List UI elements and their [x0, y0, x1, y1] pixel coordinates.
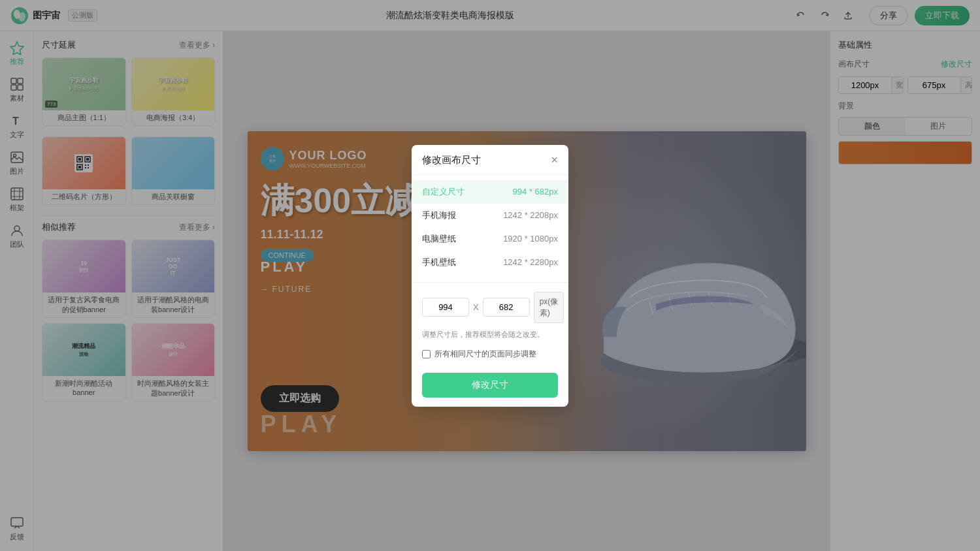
size-option-name-custom: 自定义尺寸 — [422, 186, 465, 198]
modal-sync-checkbox[interactable] — [422, 350, 431, 358]
size-option-mobile-poster[interactable]: 手机海报 1242 * 2208px — [412, 204, 568, 227]
modal-confirm-button[interactable]: 修改尺寸 — [422, 373, 558, 398]
modal-unit-label: px(像素) — [534, 292, 564, 323]
modal-header: 修改画布尺寸 × — [412, 145, 568, 175]
modal-title: 修改画布尺寸 — [422, 154, 481, 166]
size-option-name-mobile: 手机海报 — [422, 210, 456, 221]
size-option-name-desktop: 电脑壁纸 — [422, 233, 456, 245]
size-option-value-desktop: 1920 * 1080px — [503, 234, 558, 244]
modal-x-symbol: X — [473, 302, 479, 312]
modal-hint: 调整尺寸后，推荐模型将会随之改变。 — [412, 330, 568, 345]
size-option-value-mobile-wall: 1242 * 2280px — [503, 257, 558, 267]
size-option-value-custom: 994 * 682px — [513, 187, 558, 197]
resize-modal: 修改画布尺寸 × 自定义尺寸 994 * 682px 手机海报 1242 * 2… — [412, 145, 568, 407]
modal-overlay[interactable]: 修改画布尺寸 × 自定义尺寸 994 * 682px 手机海报 1242 * 2… — [0, 0, 980, 551]
size-option-mobile-wallpaper[interactable]: 手机壁纸 1242 * 2280px — [412, 251, 568, 274]
size-option-desktop[interactable]: 电脑壁纸 1920 * 1080px — [412, 227, 568, 251]
modal-height-input[interactable] — [483, 298, 530, 317]
size-option-name-mobile-wall: 手机壁纸 — [422, 257, 456, 268]
modal-checkbox-row: 所有相同尺寸的页面同步调整 — [412, 345, 568, 366]
modal-divider — [412, 282, 568, 283]
modal-footer: 修改尺寸 — [412, 366, 568, 407]
size-option-value-mobile: 1242 * 2208px — [503, 210, 558, 220]
modal-close-button[interactable]: × — [551, 154, 558, 166]
modal-size-inputs: X px(像素) — [412, 285, 568, 330]
modal-body: 自定义尺寸 994 * 682px 手机海报 1242 * 2208px 电脑壁… — [412, 175, 568, 279]
size-option-custom[interactable]: 自定义尺寸 994 * 682px — [412, 180, 568, 204]
modal-width-input[interactable] — [422, 298, 469, 317]
modal-checkbox-label: 所有相同尺寸的页面同步调整 — [434, 349, 536, 360]
